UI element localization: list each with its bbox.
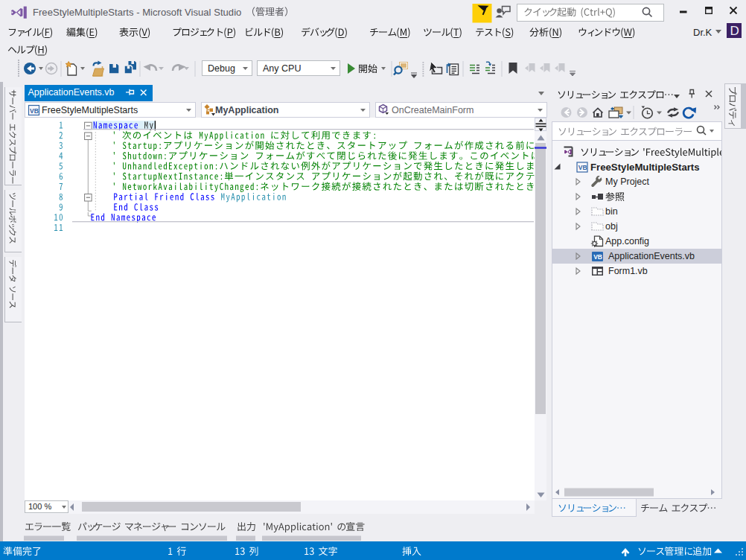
svg-text:D: D <box>730 24 739 38</box>
svg-text:VB: VB <box>30 107 39 115</box>
svg-text:VB: VB <box>578 164 587 171</box>
svg-text:VB: VB <box>593 253 602 261</box>
